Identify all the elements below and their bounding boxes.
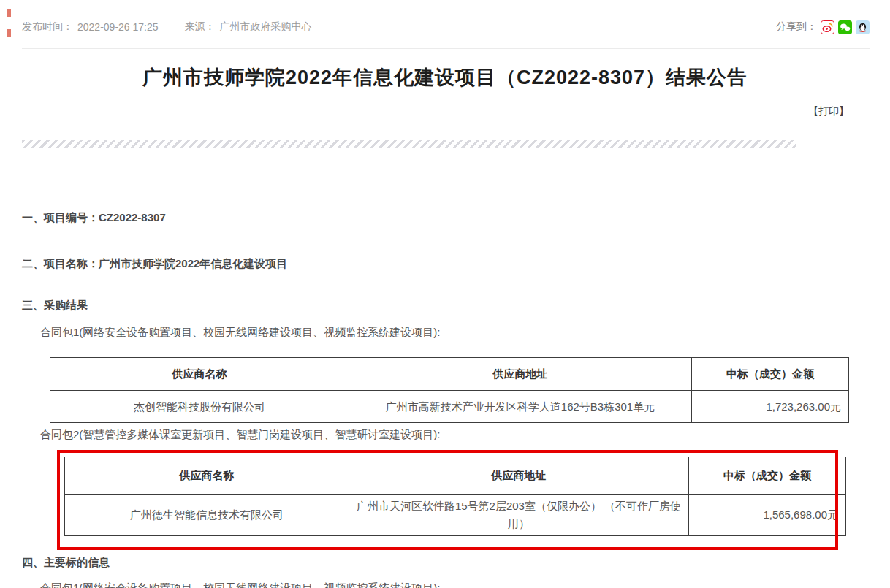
cell-supplier-address: 广州市天河区软件路15号第2层203室（仅限办公） （不可作厂房使用） [349, 495, 689, 536]
header-award-amount: 中标（成交）金额 [692, 358, 849, 391]
result-table-package2: 供应商名称 供应商地址 中标（成交）金额 广州德生智能信息技术有限公司 广州市天… [64, 457, 846, 536]
print-button[interactable]: 【打印】 [808, 105, 849, 118]
cell-supplier-name: 杰创智能科技股份有限公司 [50, 391, 349, 423]
meta-bar: 发布时间： 2022-09-26 17:25 来源： 广州市政府采购中心 分享到… [22, 0, 870, 49]
table-row: 广州德生智能信息技术有限公司 广州市天河区软件路15号第2层203室（仅限办公）… [65, 495, 846, 536]
publish-time-label: 发布时间： [22, 20, 73, 34]
header-supplier-name: 供应商名称 [50, 358, 349, 391]
wechat-icon[interactable] [838, 20, 852, 34]
hatched-divider [22, 140, 796, 148]
table-row: 杰创智能科技股份有限公司 广州市高新技术产业开发区科学大道162号B3栋301单… [50, 391, 849, 423]
qq-icon[interactable] [856, 20, 870, 34]
cell-supplier-name: 广州德生智能信息技术有限公司 [65, 495, 349, 536]
section-project-number: 一、项目编号：CZ2022-8307 [22, 211, 166, 225]
share-label: 分享到： [776, 20, 817, 34]
page-edge-divider [875, 16, 875, 588]
cell-award-amount: 1,723,263.00元 [692, 391, 849, 423]
package1-label: 合同包1(网络安全设备购置项目、校园无线网络建设项目、视频监控系统建设项目): [40, 326, 441, 340]
table-header-row: 供应商名称 供应商地址 中标（成交）金额 [65, 457, 846, 495]
package2-label: 合同包2(智慧管控多媒体课室更新项目、智慧门岗建设项目、智慧研讨室建设项目): [40, 428, 441, 442]
header-supplier-address: 供应商地址 [349, 457, 689, 495]
source-label: 来源： [185, 20, 216, 34]
publish-time-value: 2022-09-26 17:25 [77, 21, 159, 33]
left-edge-artifact [7, 29, 11, 37]
section-project-name: 二、项目名称：广州市技师学院2022年信息化建设项目 [22, 257, 287, 271]
cell-award-amount: 1,565,698.00元 [689, 495, 846, 536]
left-edge-artifact [7, 9, 11, 17]
share-bar: 分享到： [776, 15, 870, 34]
publish-info: 发布时间： 2022-09-26 17:25 来源： 广州市政府采购中心 [22, 15, 312, 34]
page-title: 广州市技师学院2022年信息化建设项目（CZ2022-8307）结果公告 [0, 64, 890, 91]
table-header-row: 供应商名称 供应商地址 中标（成交）金额 [50, 358, 849, 391]
cell-supplier-address: 广州市高新技术产业开发区科学大道162号B3栋301单元 [349, 391, 692, 423]
section-procurement-result: 三、采购结果 [22, 299, 88, 313]
section-main-subject-info: 四、主要标的信息 [22, 556, 110, 570]
result-table-package1: 供应商名称 供应商地址 中标（成交）金额 杰创智能科技股份有限公司 广州市高新技… [50, 357, 849, 423]
header-supplier-name: 供应商名称 [65, 457, 349, 495]
bottom-partial-line: 合同包1(网络安全设备购置项目、校园无线网络建设项目、视频监控系统建设项目): [40, 581, 441, 588]
source-value: 广州市政府采购中心 [220, 20, 312, 34]
header-award-amount: 中标（成交）金额 [689, 457, 846, 495]
header-supplier-address: 供应商地址 [349, 358, 692, 391]
weibo-icon[interactable] [821, 20, 834, 34]
